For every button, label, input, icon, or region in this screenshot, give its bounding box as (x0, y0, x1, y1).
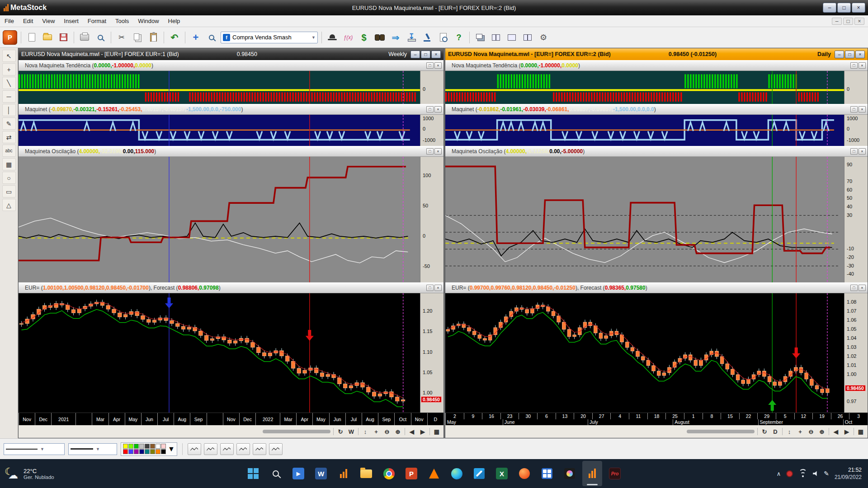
downloader-button[interactable] (405, 31, 418, 44)
scaling-option-button[interactable] (220, 443, 234, 455)
taskbar-app-calculator[interactable] (537, 461, 557, 486)
pane-header-3[interactable]: EUR= (1.00100, 1.00500, 0.98120, 0.98450… (19, 282, 443, 293)
pane-maximize-button[interactable]: □ (850, 285, 858, 291)
zoom-out-button[interactable]: ⊖ (383, 428, 391, 435)
tile-vertical-button[interactable] (489, 31, 503, 44)
pane-maximize-button[interactable]: □ (426, 106, 434, 113)
cut-button[interactable]: ✂ (115, 31, 128, 44)
taskbar-app-vscode[interactable] (469, 461, 489, 486)
taskbar-app-photos[interactable] (560, 461, 580, 486)
line-style-dropdown[interactable]: ▼ (4, 443, 65, 455)
pane-canvas-0[interactable] (445, 71, 844, 104)
pane-maximize-button[interactable]: □ (850, 62, 858, 69)
rectangle-tool-button[interactable]: ▭ (2, 185, 16, 197)
pane-maximize-button[interactable]: □ (426, 148, 434, 155)
color-swatch[interactable] (128, 449, 133, 454)
minimize-button[interactable]: – (410, 51, 420, 58)
pane-close-button[interactable]: × (434, 285, 442, 291)
pane-header-1[interactable]: Maquinet (-0.09870, -0.00321, -0.15261, … (19, 104, 443, 115)
crosshair-tool-button[interactable]: + (2, 63, 16, 75)
volume-icon[interactable] (813, 471, 818, 476)
color-swatch[interactable] (139, 449, 144, 454)
close-button[interactable]: × (431, 51, 441, 58)
vertical-line-tool-button[interactable]: │ (2, 104, 16, 116)
scaling-option-button[interactable] (188, 443, 201, 455)
color-palette-dropdown[interactable]: ▼ (121, 442, 177, 456)
scaling-option-button[interactable] (236, 443, 250, 455)
zoom-in-button[interactable]: ⊕ (394, 428, 402, 435)
pane-header-2[interactable]: Maquineta Oscilação (4.00000, -6.11258, … (445, 146, 868, 157)
taskbar-app-media-player[interactable]: ▶ (288, 461, 308, 486)
grid-tool-button[interactable]: ▦ (2, 158, 16, 170)
crosshair-button[interactable]: + (189, 31, 203, 44)
menu-item-tools[interactable]: Tools (111, 16, 133, 26)
context-help-button[interactable]: ? (452, 31, 466, 44)
wifi-icon[interactable] (798, 470, 807, 477)
pane-canvas-0[interactable] (19, 71, 420, 104)
date-axis-left[interactable]: NovDec2021MarAprMayJunJulAugSepNovDec202… (19, 413, 443, 425)
pane-header-2[interactable]: Maquineta Oscilação (4.00000, -32.3196, … (19, 146, 443, 157)
indicator-builder-button[interactable]: ƒ(x) (341, 31, 355, 44)
pane-maximize-button[interactable]: □ (426, 62, 434, 69)
cascade-windows-button[interactable] (473, 31, 487, 44)
expert-advisor-combo[interactable]: f Compra Venda Smash ▼ (221, 32, 318, 43)
text-tool-button[interactable]: abc (2, 145, 16, 157)
taskbar-app-word[interactable]: W (311, 461, 331, 486)
pane-canvas-1[interactable] (445, 115, 844, 146)
color-swatch[interactable] (145, 444, 150, 449)
power-console-button[interactable]: P (3, 30, 17, 45)
hidden-icons-chevron[interactable]: ∧ (777, 470, 781, 477)
copy-button[interactable] (131, 31, 144, 44)
pane-close-button[interactable]: × (859, 285, 866, 291)
scroll-right-button[interactable]: ▶ (419, 428, 427, 435)
settings-button[interactable]: ⚙ (537, 31, 550, 44)
cycle-tool-button[interactable]: ⇄ (2, 131, 16, 143)
new-chart-button[interactable] (25, 31, 38, 44)
vertical-zoom-button[interactable]: ↕ (361, 428, 369, 435)
menu-item-window[interactable]: Window (133, 16, 163, 26)
window-titlebar-right[interactable]: EURUSD Nova Maquineta.mwl - [EUR=] FOREX… (445, 48, 868, 60)
taskbar-app-metastock[interactable] (582, 461, 602, 486)
pane-maximize-button[interactable]: □ (850, 148, 858, 155)
menu-item-view[interactable]: View (38, 16, 59, 26)
taskbar-clock[interactable]: 21:52 21/09/2022 (835, 466, 862, 481)
pane-close-button[interactable]: × (859, 62, 866, 69)
pane-canvas-2[interactable] (19, 157, 420, 282)
pan-button[interactable]: + (372, 428, 380, 435)
pane-maximize-button[interactable]: □ (850, 106, 858, 113)
pane-canvas-3[interactable] (19, 293, 420, 413)
refresh-button[interactable]: ↻ (336, 428, 344, 435)
pane-canvas-1[interactable] (19, 115, 420, 146)
minimize-button[interactable]: – (823, 3, 836, 13)
color-swatch[interactable] (156, 449, 160, 454)
scroll-right-button[interactable]: ▶ (843, 428, 851, 435)
mdi-close-button[interactable]: × (854, 18, 864, 25)
pan-button[interactable]: + (796, 428, 804, 435)
zoom-tool-button[interactable] (205, 31, 218, 44)
color-swatch[interactable] (123, 444, 128, 449)
window-titlebar-left[interactable]: EURUSD Nova Maquineta.mwl - [EUR=] FOREX… (19, 48, 443, 60)
pane-close-button[interactable]: × (434, 106, 442, 113)
pane-close-button[interactable]: × (434, 62, 442, 69)
pen-icon[interactable]: ✎ (824, 470, 829, 477)
taskbar-app-pro[interactable]: Pro (605, 461, 625, 486)
color-swatch[interactable] (139, 444, 144, 449)
layout-button[interactable]: ▦ (857, 428, 865, 435)
pane-canvas-2[interactable] (445, 157, 844, 282)
mdi-restore-button[interactable]: □ (843, 18, 853, 25)
taskbar-app-search[interactable] (266, 461, 286, 486)
periodicity-button[interactable]: W (347, 428, 355, 435)
line-weight-dropdown[interactable]: ▼ (68, 443, 117, 455)
scaling-option-button[interactable] (269, 443, 283, 455)
pane-canvas-3[interactable] (445, 293, 844, 413)
zoom-in-button[interactable]: ⊕ (818, 428, 826, 435)
pane-close-button[interactable]: × (859, 106, 866, 113)
color-swatch[interactable] (156, 444, 160, 449)
mdi-minimize-button[interactable]: – (832, 18, 842, 25)
menu-item-insert[interactable]: Insert (59, 16, 83, 26)
explorer-button[interactable] (326, 31, 339, 44)
pane-maximize-button[interactable]: □ (426, 285, 434, 291)
color-swatch[interactable] (161, 449, 166, 454)
menu-item-format[interactable]: Format (83, 16, 111, 26)
pane-close-button[interactable]: × (434, 148, 442, 155)
